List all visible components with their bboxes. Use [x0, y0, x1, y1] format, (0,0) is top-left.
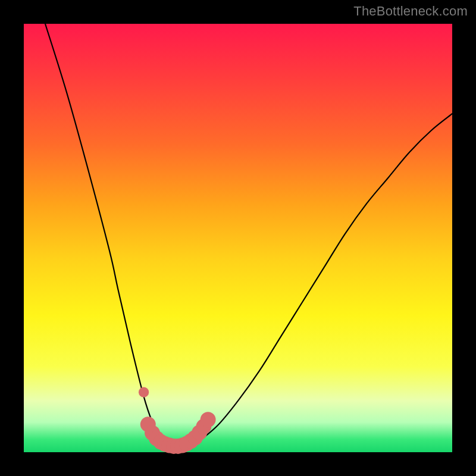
- watermark-text: TheBottleneck.com: [353, 4, 468, 19]
- bottleneck-curve-svg: [24, 24, 452, 452]
- bottleneck-curve: [45, 24, 452, 449]
- chart-frame: TheBottleneck.com: [0, 0, 476, 476]
- curve-marker: [201, 412, 216, 427]
- curve-markers: [139, 387, 216, 454]
- curve-marker: [139, 387, 149, 397]
